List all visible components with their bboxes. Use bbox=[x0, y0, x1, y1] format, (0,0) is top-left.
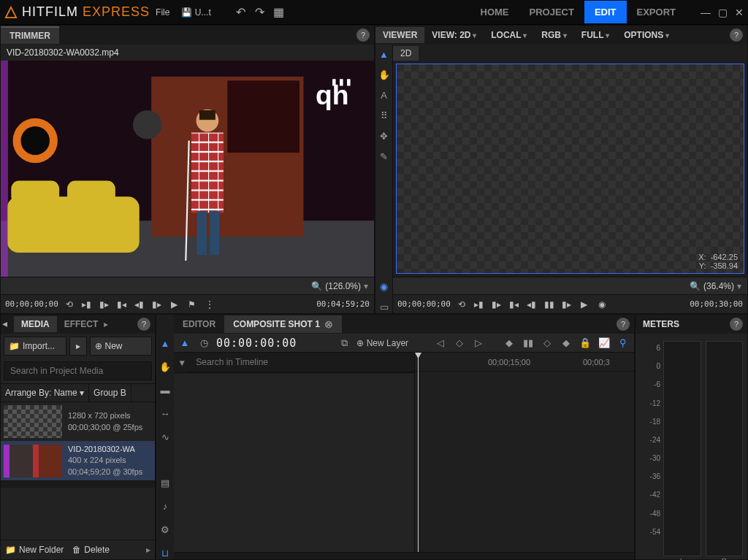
tab-edit[interactable]: EDIT bbox=[584, 1, 627, 23]
masonry-icon[interactable]: ▦ bbox=[270, 3, 289, 22]
pointer-icon[interactable]: ▲ bbox=[178, 337, 191, 350]
key-icon[interactable]: ◇ bbox=[453, 337, 466, 350]
slice-tool-icon[interactable]: ▬ bbox=[159, 383, 172, 396]
playhead[interactable] bbox=[418, 353, 419, 552]
snap-icon[interactable]: ⊔ bbox=[159, 546, 172, 559]
help-icon[interactable]: ? bbox=[730, 28, 743, 42]
rate-tool-icon[interactable]: ∿ bbox=[159, 430, 172, 443]
import-button[interactable]: 📁 Import... bbox=[4, 337, 66, 356]
play-icon[interactable]: ▶ bbox=[578, 298, 591, 311]
goto-start-icon[interactable]: ▮◂ bbox=[115, 298, 129, 311]
group-by-dropdown[interactable]: Group B bbox=[89, 384, 131, 402]
key-mid-icon[interactable]: ◇ bbox=[541, 337, 554, 350]
dup-icon[interactable]: ⧉ bbox=[337, 337, 351, 350]
filter-icon[interactable]: ▼ bbox=[174, 358, 190, 368]
trimmer-tab[interactable]: TRIMMER bbox=[1, 26, 59, 44]
pause-icon[interactable]: ▮▮ bbox=[543, 298, 556, 311]
key-out-icon[interactable]: ◆ bbox=[560, 337, 573, 350]
media-tab[interactable]: MEDIA bbox=[14, 316, 57, 332]
timeline-ruler[interactable]: 00;00;15;00 00;00;3 bbox=[415, 353, 634, 372]
panel-expand-icon[interactable]: ▸ bbox=[146, 545, 150, 555]
viewer-2d-tab[interactable]: 2D bbox=[393, 46, 419, 61]
magnify-icon[interactable]: 🔍 bbox=[690, 281, 701, 291]
timeline-track-area[interactable]: 00;00;15;00 00;00;3 bbox=[415, 353, 634, 552]
help-icon[interactable]: ? bbox=[730, 318, 743, 331]
effects-tab[interactable]: EFFECT bbox=[57, 316, 106, 332]
timeline-search-input[interactable] bbox=[190, 353, 414, 372]
text-tool-icon[interactable]: A bbox=[378, 88, 391, 101]
loop-icon[interactable]: ⟲ bbox=[63, 298, 76, 311]
key-in-icon[interactable]: ◆ bbox=[503, 337, 516, 350]
orbit-tool-icon[interactable]: ◉ bbox=[378, 280, 391, 293]
graph-icon[interactable]: 📈 bbox=[598, 337, 611, 350]
maximize-button[interactable]: ▢ bbox=[718, 7, 728, 18]
help-icon[interactable]: ? bbox=[356, 28, 370, 42]
move-tool-icon[interactable]: ✥ bbox=[378, 129, 391, 142]
key-hold-icon[interactable]: ▮▮ bbox=[522, 337, 535, 350]
select-tool-icon[interactable]: ▲ bbox=[378, 47, 391, 61]
loop-icon[interactable]: ⟲ bbox=[455, 298, 468, 311]
next-key-icon[interactable]: ▷ bbox=[472, 337, 485, 350]
frame-back-icon[interactable]: ◂▮ bbox=[525, 298, 538, 311]
menu-save[interactable]: 💾 U...t bbox=[175, 4, 216, 20]
prev-key-icon[interactable]: ◁ bbox=[434, 337, 447, 350]
import-menu-button[interactable]: ▸ bbox=[69, 337, 87, 356]
trimmer-zoom-value[interactable]: (126.0%) bbox=[325, 281, 361, 291]
options-icon[interactable]: ⋮ bbox=[203, 298, 216, 311]
settings-icon[interactable]: ⚙ bbox=[159, 523, 172, 536]
redo-button[interactable]: ↷ bbox=[251, 3, 270, 22]
frame-back-icon[interactable]: ◂▮ bbox=[133, 298, 146, 311]
hand-tool-icon[interactable]: ✋ bbox=[159, 360, 172, 373]
viewer-channel-dropdown[interactable]: RGB bbox=[534, 27, 573, 43]
grid-tool-icon[interactable]: ⠿ bbox=[378, 109, 391, 122]
scrollbar[interactable] bbox=[174, 552, 634, 559]
key-lock-icon[interactable]: 🔒 bbox=[579, 337, 592, 350]
tab-export[interactable]: EXPORT bbox=[627, 1, 686, 23]
search-toggle-icon[interactable]: ⚲ bbox=[617, 337, 630, 350]
viewer-quality-dropdown[interactable]: FULL bbox=[574, 27, 617, 43]
frame-fwd-icon[interactable]: ▮▸ bbox=[560, 298, 573, 311]
select-tool-icon[interactable]: ▲ bbox=[159, 337, 172, 350]
panel-collapse-icon[interactable]: ◂ bbox=[2, 318, 7, 329]
arrange-by-dropdown[interactable]: Arrange By: Name ▾ bbox=[1, 384, 89, 402]
stopwatch-icon[interactable]: ◷ bbox=[197, 337, 210, 350]
new-folder-button[interactable]: 📁 New Folder bbox=[5, 545, 64, 555]
viewer-zoom-value[interactable]: (36.4%) bbox=[703, 281, 734, 291]
record-icon[interactable]: ◉ bbox=[595, 298, 608, 311]
undo-button[interactable]: ↶ bbox=[232, 3, 251, 22]
scrollbar[interactable] bbox=[1, 480, 155, 488]
composite-shot-tab[interactable]: COMPOSITE SHOT 1 ⊗ bbox=[224, 315, 342, 333]
overlay-icon[interactable]: ▮▸ bbox=[98, 298, 111, 311]
meters-tab[interactable]: METERS bbox=[636, 316, 687, 332]
tab-home[interactable]: HOME bbox=[470, 1, 519, 23]
media-asset-composite[interactable]: 1280 x 720 pixels 00;00;30;00 @ 25fps bbox=[1, 402, 155, 441]
frame-fwd-icon[interactable]: ▮▸ bbox=[150, 298, 164, 311]
media-search-input[interactable] bbox=[4, 361, 152, 380]
out-point-icon[interactable]: ▮▸ bbox=[490, 298, 503, 311]
new-layer-button[interactable]: ⊕ New Layer bbox=[356, 338, 408, 348]
mark-icon[interactable]: ⚑ bbox=[186, 298, 199, 311]
extra-tool-icon[interactable]: ▭ bbox=[378, 300, 391, 313]
timeline-timecode[interactable]: 00:00:00:00 bbox=[216, 337, 297, 350]
pen-tool-icon[interactable]: ✎ bbox=[378, 150, 391, 163]
trimmer-video-preview[interactable]: qh ▮▮▮ bbox=[1, 61, 374, 277]
minimize-button[interactable]: — bbox=[701, 7, 711, 18]
close-button[interactable]: ✕ bbox=[735, 7, 744, 18]
delete-button[interactable]: 🗑 Delete bbox=[72, 545, 110, 555]
close-tab-icon[interactable]: ⊗ bbox=[324, 318, 333, 330]
magnify-icon[interactable]: 🔍 bbox=[311, 281, 322, 291]
goto-start-icon[interactable]: ▮◂ bbox=[508, 298, 521, 311]
tab-project[interactable]: PROJECT bbox=[519, 1, 584, 23]
media-asset-video[interactable]: VID-20180302-WA 400 x 224 pixels 00;04;5… bbox=[1, 441, 155, 480]
menu-file[interactable]: File bbox=[150, 4, 175, 20]
viewer-space-dropdown[interactable]: LOCAL bbox=[484, 27, 534, 43]
in-point-icon[interactable]: ▸▮ bbox=[473, 298, 486, 311]
audio-track-icon[interactable]: ♪ bbox=[159, 499, 172, 513]
viewer-view-dropdown[interactable]: VIEW: 2D bbox=[424, 27, 484, 43]
insert-icon[interactable]: ▸▮ bbox=[80, 298, 94, 311]
new-button[interactable]: ⊕ New bbox=[90, 337, 153, 356]
video-track-icon[interactable]: ▤ bbox=[159, 476, 172, 489]
play-icon[interactable]: ▶ bbox=[168, 298, 181, 311]
help-icon[interactable]: ? bbox=[617, 318, 630, 331]
hand-tool-icon[interactable]: ✋ bbox=[378, 68, 391, 81]
